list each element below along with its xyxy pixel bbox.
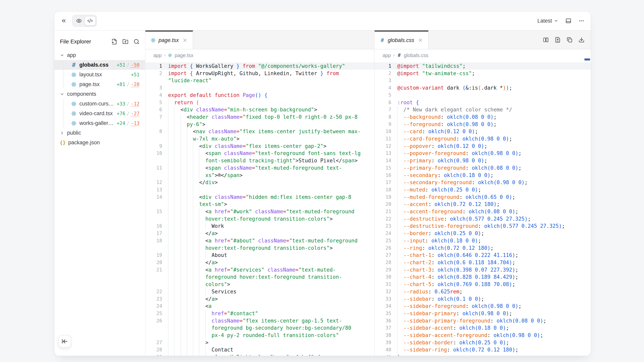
code-line-11[interactable]: 11<span className="text-muted-foreground… xyxy=(146,164,374,179)
collapse-panel-button[interactable] xyxy=(61,18,67,24)
code-line-29[interactable]: 29<ArrowUpRight className="w-4 h-4" /> xyxy=(146,354,374,356)
code-line-18[interactable]: 18--muted: oklch(0.25 0 0); xyxy=(374,186,591,193)
code-line-24[interactable]: 24<a xyxy=(146,303,374,310)
tab-page-tsx[interactable]: page.tsx xyxy=(146,30,193,49)
code-line-32[interactable]: 32--radius: 0.625rem; xyxy=(374,288,591,295)
code-line-29[interactable]: 29--chart-3: oklch(0.398 0.07 227.392); xyxy=(374,266,591,274)
download-button[interactable] xyxy=(578,37,584,43)
code-line-38[interactable]: 38--sidebar-accent-foreground: oklch(0.9… xyxy=(374,332,591,339)
code-line-1[interactable]: 1import { WorksGallery } from "@/compone… xyxy=(146,62,374,70)
close-tab-icon[interactable] xyxy=(418,38,423,43)
code-line-23[interactable]: 23--destructive-foreground: oklch(0.577 … xyxy=(374,222,591,230)
code-line-26[interactable]: 26className="flex items-center gap-1.5 t… xyxy=(146,317,374,339)
tree-folder-components[interactable]: components xyxy=(54,89,145,99)
code-line-10[interactable]: 10--card: oklch(0.12 0 0); xyxy=(374,128,591,135)
code-line-10[interactable]: 10<span className="text-foreground font-… xyxy=(146,150,374,164)
code-line-40[interactable]: 40--sidebar-ring: oklch(0.72 0.12 180); xyxy=(374,346,591,354)
tree-item-package-json[interactable]: {}package.json xyxy=(54,138,145,147)
tree-item-page-tsx[interactable]: page.tsx+81/-28 xyxy=(54,79,145,89)
code-line-37[interactable]: 37--sidebar-accent: oklch(0.18 0 0); xyxy=(374,324,591,332)
code-line-15[interactable]: 15<a href="#work" className="text-muted-… xyxy=(146,208,374,222)
code-line-34[interactable]: 34--sidebar-foreground: oklch(0.98 0 0); xyxy=(374,303,591,310)
code-line-11[interactable]: 11--card-foreground: oklch(0.98 0 0); xyxy=(374,135,591,143)
code-line-17[interactable]: 17</a> xyxy=(146,230,374,237)
code-line-12[interactable]: 12--popover: oklch(0.12 0 0); xyxy=(374,143,591,150)
code-editor-page-tsx[interactable]: 1import { WorksGallery } from "@/compone… xyxy=(146,61,374,356)
preview-toggle-button[interactable] xyxy=(74,16,84,25)
tree-item-works-galler[interactable]: works-galler…+24/-13 xyxy=(54,118,145,128)
code-line-4[interactable]: 4@custom-variant dark (&:is(.dark *)); xyxy=(374,84,591,92)
code-line-28[interactable]: 28--chart-2: oklch(0.6 0.118 184.704); xyxy=(374,259,591,266)
panel-layout-button[interactable] xyxy=(566,18,572,24)
tree-item-custom-curs[interactable]: custom-curs…+33/-12 xyxy=(54,99,145,109)
code-line-35[interactable]: 35--sidebar-primary: oklch(0.98 0 0); xyxy=(374,310,591,317)
search-files-button[interactable] xyxy=(134,39,140,45)
code-line-6[interactable]: 6:root { xyxy=(374,99,591,106)
code-line-33[interactable]: 33--sidebar: oklch(0.1 0 0); xyxy=(374,295,591,303)
code-line-26[interactable]: 26--ring: oklch(0.72 0.12 180); xyxy=(374,244,591,252)
code-line-23[interactable]: 23</a> xyxy=(146,295,374,303)
copy-button[interactable] xyxy=(566,37,572,43)
code-line-25[interactable]: 25href="#contact" xyxy=(146,310,374,317)
code-line-8[interactable]: 8--background: oklch(0.08 0 0); xyxy=(374,113,591,121)
tree-folder-app[interactable]: app xyxy=(54,50,145,60)
code-line-21[interactable]: 21--accent-foreground: oklch(0.08 0 0); xyxy=(374,208,591,215)
code-line-2[interactable]: 2import { ArrowUpRight, Github, Linkedin… xyxy=(146,70,374,84)
code-line-22[interactable]: 22--destructive: oklch(0.577 0.245 27.32… xyxy=(374,215,591,223)
close-tab-icon[interactable] xyxy=(182,38,188,43)
code-line-15[interactable]: 15--primary-foreground: oklch(0.08 0 0); xyxy=(374,164,591,172)
version-dropdown[interactable]: Latest xyxy=(537,18,558,24)
code-line-20[interactable]: 20--accent: oklch(0.72 0.12 180); xyxy=(374,201,591,208)
code-line-19[interactable]: 19About xyxy=(146,252,374,259)
code-line-5[interactable]: 5return ( xyxy=(146,99,374,106)
collapse-sidebar-button[interactable] xyxy=(58,335,71,348)
code-line-5[interactable]: 5 xyxy=(374,92,591,99)
code-editor-globals-css[interactable]: 1@import "tailwindcss";2@import "tw-anim… xyxy=(374,61,591,356)
scrollbar-marker[interactable] xyxy=(584,58,590,60)
code-line-7[interactable]: 7/* New dark elegant color scheme */ xyxy=(374,106,591,113)
more-options-button[interactable] xyxy=(578,18,584,24)
code-line-22[interactable]: 22Services xyxy=(146,288,374,295)
code-line-13[interactable]: 13 xyxy=(146,186,374,193)
code-line-3[interactable]: 3 xyxy=(146,84,374,92)
code-line-30[interactable]: 30--chart-4: oklch(0.828 0.189 84.429); xyxy=(374,273,591,281)
code-line-6[interactable]: 6<div className="min-h-screen bg-backgro… xyxy=(146,106,374,113)
code-toggle-button[interactable] xyxy=(84,16,96,25)
code-line-24[interactable]: 24--border: oklch(0.25 0 0); xyxy=(374,230,591,237)
code-line-9[interactable]: 9<div className="flex items-center gap-2… xyxy=(146,143,374,150)
code-line-16[interactable]: 16--secondary: oklch(0.18 0 0); xyxy=(374,172,591,179)
code-line-41[interactable]: 41} xyxy=(374,354,591,356)
code-line-3[interactable]: 3 xyxy=(374,77,591,84)
code-line-13[interactable]: 13--popover-foreground: oklch(0.98 0 0); xyxy=(374,150,591,157)
code-line-25[interactable]: 25--input: oklch(0.18 0 0); xyxy=(374,237,591,244)
code-line-39[interactable]: 39--sidebar-border: oklch(0.25 0 0); xyxy=(374,339,591,346)
file-diff-button[interactable] xyxy=(555,37,561,43)
code-line-20[interactable]: 20</a> xyxy=(146,259,374,266)
code-line-14[interactable]: 14<div className="hidden md:flex items-c… xyxy=(146,193,374,208)
code-line-8[interactable]: 8<nav className="flex items-center justi… xyxy=(146,128,374,142)
code-line-28[interactable]: 28Contact xyxy=(146,346,374,354)
code-line-2[interactable]: 2@import "tw-animate-css"; xyxy=(374,70,591,77)
code-line-27[interactable]: 27> xyxy=(146,339,374,346)
code-line-36[interactable]: 36--sidebar-primary-foreground: oklch(0.… xyxy=(374,317,591,325)
code-line-1[interactable]: 1@import "tailwindcss"; xyxy=(374,62,591,70)
code-line-16[interactable]: 16Work xyxy=(146,222,374,230)
code-line-9[interactable]: 9--foreground: oklch(0.98 0 0); xyxy=(374,121,591,128)
code-line-21[interactable]: 21<a href="#services" className="text-mu… xyxy=(146,266,374,288)
code-line-19[interactable]: 19--muted-foreground: oklch(0.65 0 0); xyxy=(374,193,591,201)
new-file-button[interactable] xyxy=(111,39,117,45)
new-folder-button[interactable] xyxy=(122,39,128,45)
code-line-17[interactable]: 17--secondary-foreground: oklch(0.98 0 0… xyxy=(374,179,591,186)
tab-globals-css[interactable]: # globals.css xyxy=(374,30,428,49)
code-line-18[interactable]: 18<a href="#about" className="text-muted… xyxy=(146,237,374,252)
code-line-14[interactable]: 14--primary: oklch(0.98 0 0); xyxy=(374,157,591,164)
code-line-12[interactable]: 12</div> xyxy=(146,179,374,186)
tree-item-layout-tsx[interactable]: layout.tsx+51 xyxy=(54,70,145,79)
tree-item-video-card-tsx[interactable]: video-card.tsx+76/-27 xyxy=(54,109,145,118)
code-line-4[interactable]: 4export default function Page() { xyxy=(146,92,374,99)
code-line-7[interactable]: 7<header className="fixed top-0 left-0 r… xyxy=(146,113,374,128)
code-line-31[interactable]: 31--chart-5: oklch(0.769 0.188 70.08); xyxy=(374,281,591,288)
code-line-27[interactable]: 27--chart-1: oklch(0.646 0.222 41.116); xyxy=(374,252,591,259)
tree-folder-public[interactable]: public xyxy=(54,128,145,138)
tree-item-globals-css[interactable]: #globals.css+51/-50 xyxy=(54,60,145,70)
